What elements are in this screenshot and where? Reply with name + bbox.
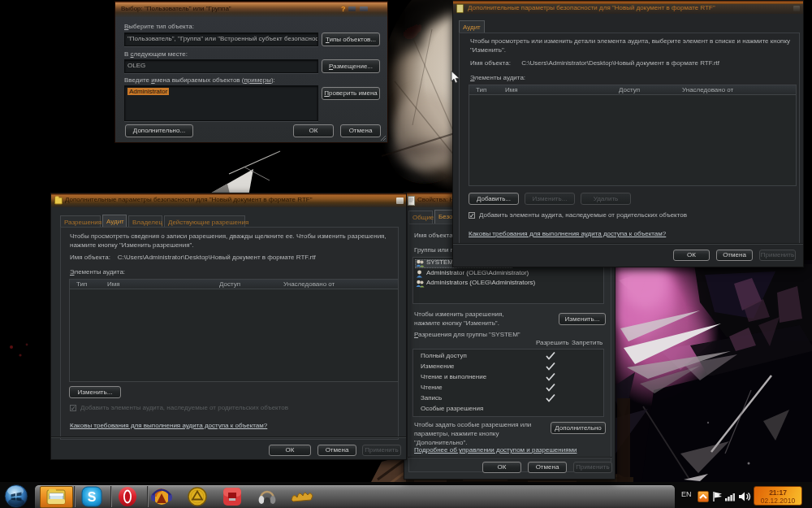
svg-text:S: S bbox=[88, 490, 97, 504]
